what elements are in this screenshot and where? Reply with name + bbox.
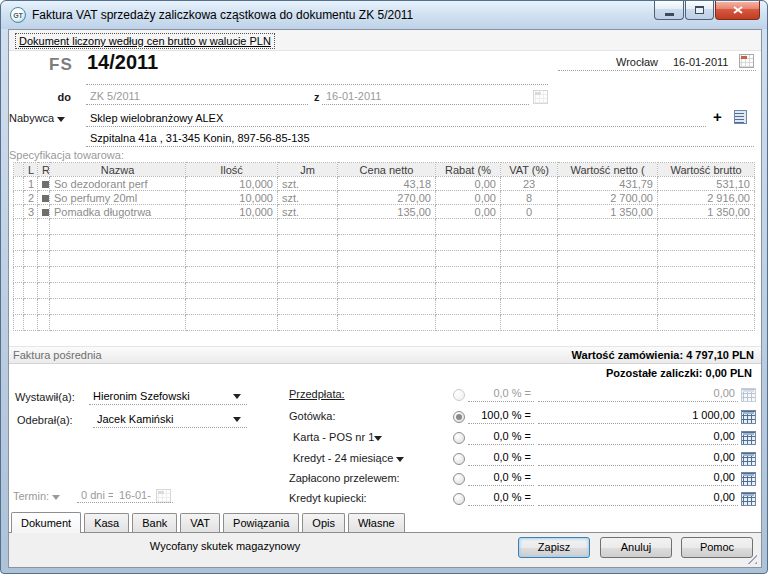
payment-calc-icon-credit24[interactable] [741, 452, 756, 466]
empty-item-row[interactable] [14, 283, 755, 299]
item-row[interactable]: 3 Pomadka długotrwa 10,000 szt. 135,00 0… [14, 205, 755, 219]
window-title: Faktura VAT sprzedaży zaliczkowa cząstko… [32, 8, 413, 22]
doc-kind-label: Faktura pośrednia [13, 349, 102, 361]
close-icon [733, 6, 743, 14]
received-by-dropdown-icon[interactable] [233, 417, 241, 422]
empty-item-row[interactable] [14, 267, 755, 283]
tab-bank[interactable]: Bank [132, 513, 177, 532]
options-strip: Dokument liczony według cen brutto w wal… [9, 30, 761, 51]
z-label: z [314, 91, 320, 103]
payment-label-prepayment[interactable]: Przedpłata: [289, 388, 345, 400]
payment-radio-credit24[interactable] [453, 453, 465, 465]
received-by-label: Odebrał(a): [17, 414, 73, 426]
cancel-button[interactable]: Anuluj [600, 537, 672, 558]
payment-calc-icon-transfer[interactable] [741, 472, 756, 486]
tab-wlasne[interactable]: Własne [348, 513, 405, 532]
payment-radio-prepayment [453, 389, 465, 401]
payment-calc-icon-cash[interactable] [741, 410, 756, 424]
buyer-name-field[interactable]: Sklep wielobranżowy ALEX [86, 111, 706, 127]
save-button[interactable]: Zapisz [518, 537, 590, 558]
minimize-button[interactable] [654, 1, 684, 20]
term-label: Termin: [13, 490, 60, 502]
city-date-underline [558, 70, 756, 71]
payment-radio-trade-credit[interactable] [453, 493, 465, 505]
item-row[interactable]: 2 So perfumy 20ml 10,000 szt. 270,00 0,0… [14, 191, 755, 205]
empty-item-row[interactable] [14, 299, 755, 315]
tab-vat[interactable]: VAT [180, 513, 220, 532]
col-wartosc-netto[interactable]: Wartość netto ( [558, 163, 658, 177]
col-cena-netto[interactable]: Cena netto [338, 163, 436, 177]
invoice-window: GT Faktura VAT sprzedaży zaliczkowa cząs… [0, 0, 768, 574]
summary-bar: Faktura pośrednia Wartość zamówienia: 4 … [9, 346, 761, 364]
source-doc-field: ZK 5/2011 [86, 89, 308, 105]
buyer-label[interactable]: Nabywca [9, 112, 65, 124]
payment-label-card: Karta - POS nr 1 [293, 431, 382, 443]
item-row[interactable]: 1 So dezodorant perf 10,000 szt. 43,18 0… [14, 177, 755, 191]
col-wartosc-brutto[interactable]: Wartość brutto [658, 163, 755, 177]
add-buyer-icon[interactable]: + [713, 111, 722, 123]
minimize-icon [665, 13, 674, 16]
items-table: L R Nazwa Ilość Jm Cena netto Rabat (% V… [13, 162, 755, 331]
buyer-dropdown-icon[interactable] [57, 117, 65, 122]
empty-item-row[interactable] [14, 315, 755, 331]
empty-item-row[interactable] [14, 219, 755, 235]
tab-dokument[interactable]: Dokument [11, 512, 81, 533]
issued-by-dropdown-icon[interactable] [233, 394, 241, 399]
payment-radio-transfer[interactable] [453, 473, 465, 485]
payment-amount-credit24[interactable]: 0,00 [538, 450, 738, 466]
payment-percent-card[interactable]: 0,0 % = [468, 429, 534, 445]
col-rabat[interactable]: Rabat (% [436, 163, 501, 177]
col-r[interactable]: R [38, 163, 50, 177]
payment-label-transfer: Zapłacono przelewem: [289, 472, 400, 484]
payment-percent-cash[interactable]: 100,0 % = [468, 408, 534, 424]
empty-item-row[interactable] [14, 251, 755, 267]
titlebar: GT Faktura VAT sprzedaży zaliczkowa cząs… [1, 1, 767, 29]
payment-calc-icon-card[interactable] [741, 431, 756, 445]
empty-item-row[interactable] [14, 235, 755, 251]
doc-number-field[interactable]: 14/2011 [87, 51, 158, 74]
issue-date-field[interactable]: 16-01-2011 [673, 56, 728, 68]
payment-amount-transfer[interactable]: 0,00 [538, 470, 738, 486]
received-by-field[interactable]: Jacek Kamiński [93, 412, 247, 428]
tab-powiazania[interactable]: Powiązania [223, 513, 299, 532]
payment-radio-cash[interactable] [453, 411, 465, 423]
payment-radio-card[interactable] [453, 432, 465, 444]
pricing-mode-link[interactable]: Dokument liczony według cen brutto w wal… [15, 33, 275, 49]
buyer-address-field[interactable]: Szpitalna 41a , 31-345 Konin, 897-56-85-… [86, 131, 754, 147]
card-dropdown-icon[interactable] [374, 436, 382, 441]
col-nazwa[interactable]: Nazwa [50, 163, 186, 177]
payment-calc-icon-prepayment [741, 388, 756, 402]
payment-label-cash: Gotówka: [289, 410, 335, 422]
payment-percent-credit24[interactable]: 0,0 % = [468, 450, 534, 466]
col-vat[interactable]: VAT (%) [501, 163, 558, 177]
payment-amount-card[interactable]: 0,00 [538, 429, 738, 445]
payment-amount-prepayment: 0,00 [538, 386, 738, 402]
payment-percent-trade-credit[interactable]: 0,0 % = [468, 490, 534, 506]
reservation-icon [42, 209, 49, 216]
city-label: Wrocław [601, 56, 658, 68]
payment-amount-cash[interactable]: 1 000,00 [538, 408, 738, 424]
reservation-icon [42, 195, 49, 202]
help-button[interactable]: Pomoc [681, 537, 753, 558]
buyer-list-icon[interactable] [734, 110, 747, 124]
payment-calc-icon-trade-credit[interactable] [741, 492, 756, 506]
items-section-label: Specyfikacja towarowa: [9, 149, 124, 161]
tab-kasa[interactable]: Kasa [84, 513, 129, 532]
col-ilosc[interactable]: Ilość [186, 163, 278, 177]
order-value: Wartość zamówienia: 4 797,10 PLN [572, 349, 754, 361]
credit24-dropdown-icon[interactable] [396, 457, 404, 462]
source-date-field: 16-01-2011 [322, 89, 529, 105]
col-l[interactable]: L [24, 163, 38, 177]
issued-by-field[interactable]: Hieronim Szefowski [89, 389, 247, 405]
issue-date-calendar-icon[interactable] [739, 54, 754, 68]
items-header-row: L R Nazwa Ilość Jm Cena netto Rabat (% V… [14, 163, 755, 177]
tab-opis[interactable]: Opis [302, 513, 345, 532]
close-button[interactable] [715, 1, 760, 20]
term-dropdown-icon [52, 495, 60, 500]
col-jm[interactable]: Jm [278, 163, 338, 177]
reservation-icon [42, 181, 49, 188]
payment-amount-trade-credit[interactable]: 0,00 [538, 490, 738, 506]
payment-label-trade-credit: Kredyt kupiecki: [289, 492, 367, 504]
maximize-button[interactable] [685, 1, 714, 20]
payment-percent-transfer[interactable]: 0,0 % = [468, 470, 534, 486]
